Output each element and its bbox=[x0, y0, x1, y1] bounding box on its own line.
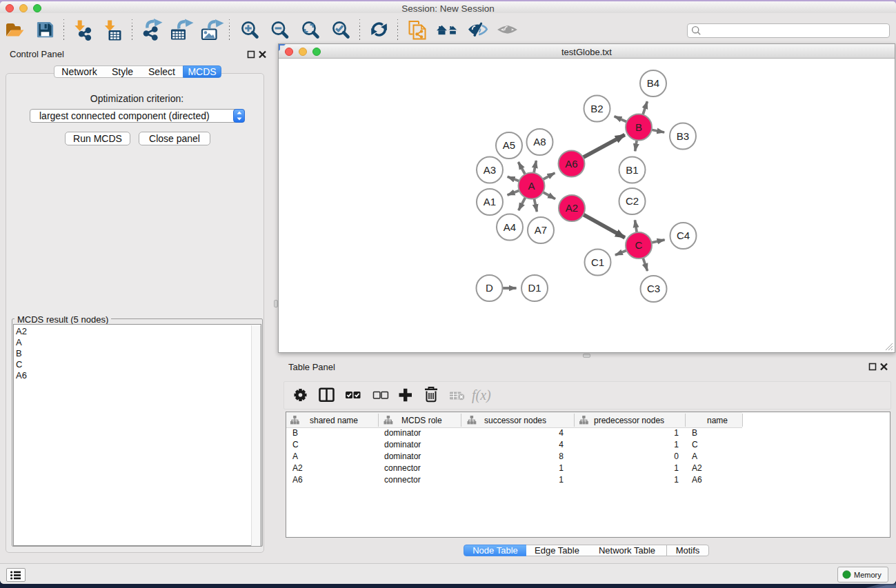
svg-text:A8: A8 bbox=[533, 136, 546, 148]
svg-text:B1: B1 bbox=[626, 164, 638, 176]
svg-text:B4: B4 bbox=[647, 77, 659, 89]
svg-text:B3: B3 bbox=[677, 130, 689, 142]
svg-text:D1: D1 bbox=[528, 282, 541, 294]
svg-text:C1: C1 bbox=[591, 256, 604, 268]
svg-text:B2: B2 bbox=[590, 103, 603, 114]
svg-text:A5: A5 bbox=[503, 139, 515, 151]
svg-text:C2: C2 bbox=[626, 195, 639, 207]
svg-text:C: C bbox=[635, 239, 643, 251]
svg-text:A2: A2 bbox=[566, 202, 578, 214]
svg-text:D: D bbox=[486, 282, 493, 294]
svg-text:B: B bbox=[635, 121, 642, 133]
svg-text:f(x): f(x) bbox=[472, 387, 491, 403]
svg-text:A6: A6 bbox=[565, 158, 577, 170]
svg-text:A: A bbox=[528, 180, 535, 192]
svg-text:A7: A7 bbox=[535, 224, 547, 236]
svg-text:A1: A1 bbox=[484, 196, 496, 207]
svg-text:C3: C3 bbox=[647, 283, 660, 294]
svg-text:A4: A4 bbox=[504, 221, 516, 233]
svg-text:A3: A3 bbox=[484, 164, 496, 176]
svg-text:C4: C4 bbox=[677, 230, 690, 241]
